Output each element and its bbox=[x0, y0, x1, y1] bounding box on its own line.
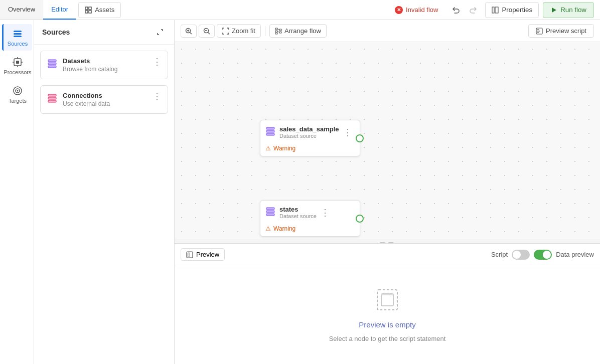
expand-icon bbox=[157, 29, 164, 36]
main-layout: Sources Processors Targets Source bbox=[0, 20, 600, 364]
top-right-actions: ✕ Invalid flow Properties Run flow bbox=[389, 2, 600, 18]
invalid-flow-icon: ✕ bbox=[395, 6, 403, 14]
zoom-fit-button[interactable]: Zoom fit bbox=[217, 24, 261, 38]
svg-rect-5 bbox=[495, 7, 498, 13]
undo-redo-group bbox=[448, 2, 481, 18]
sidebar-item-targets[interactable]: Targets bbox=[2, 81, 32, 108]
properties-icon bbox=[492, 7, 499, 14]
svg-rect-51 bbox=[377, 290, 397, 310]
svg-rect-21 bbox=[48, 66, 56, 68]
datasets-more-button[interactable]: ⋮ bbox=[153, 57, 162, 66]
datasets-subtitle: Browse from catalog bbox=[63, 66, 147, 73]
assets-icon bbox=[85, 7, 92, 14]
datasets-card[interactable]: Datasets Browse from catalog ⋮ bbox=[40, 51, 168, 79]
run-flow-button[interactable]: Run flow bbox=[543, 2, 594, 18]
svg-rect-7 bbox=[14, 31, 22, 32]
node1-header: sales_data_sample Dataset source ⋮ bbox=[260, 120, 360, 142]
undo-icon bbox=[452, 6, 460, 14]
node1-more-button[interactable]: ⋮ bbox=[343, 127, 352, 138]
top-nav: Overview Editor Assets ✕ Invalid flow Pr… bbox=[0, 0, 600, 20]
zoom-in-button[interactable] bbox=[181, 25, 197, 38]
zoom-out-button[interactable] bbox=[199, 25, 215, 38]
canvas-toolbar: Zoom fit Arrange flow Preview script bbox=[175, 20, 600, 42]
invalid-flow-button[interactable]: ✕ Invalid flow bbox=[389, 2, 444, 18]
node2-status: ⚠ Warning bbox=[260, 222, 360, 236]
preview-script-button[interactable]: Preview script bbox=[528, 24, 594, 38]
connections-card-content: Connections Use external data bbox=[63, 92, 147, 107]
svg-rect-9 bbox=[14, 36, 22, 37]
svg-rect-2 bbox=[85, 11, 88, 13]
bottom-right-controls: Script Data preview bbox=[491, 250, 594, 260]
node2-text: states Dataset source bbox=[279, 206, 317, 219]
connections-icon bbox=[47, 93, 58, 105]
sidebar-item-processors[interactable]: Processors bbox=[2, 53, 32, 79]
svg-rect-8 bbox=[14, 33, 22, 35]
canvas-grid[interactable]: sales_data_sample Dataset source ⋮ ⚠ War… bbox=[175, 42, 600, 240]
sidebar-item-sources[interactable]: Sources bbox=[2, 24, 32, 51]
panel-divider[interactable]: — — bbox=[175, 240, 600, 244]
svg-rect-44 bbox=[266, 130, 274, 132]
svg-rect-35 bbox=[279, 29, 281, 31]
redo-icon bbox=[469, 6, 477, 14]
tab-overview[interactable]: Overview bbox=[0, 0, 43, 20]
svg-rect-34 bbox=[275, 33, 277, 34]
zoom-in-icon bbox=[185, 28, 192, 35]
expand-sources-button[interactable] bbox=[154, 26, 166, 38]
undo-button[interactable] bbox=[448, 2, 464, 18]
script-toggle[interactable] bbox=[512, 250, 530, 260]
bottom-empty-state: Preview is empty Select a node to get th… bbox=[175, 265, 600, 364]
targets-icon bbox=[12, 85, 23, 96]
svg-line-28 bbox=[190, 32, 192, 34]
data-preview-toggle-knob bbox=[543, 251, 551, 259]
svg-rect-11 bbox=[16, 61, 19, 64]
sources-icon bbox=[12, 28, 23, 39]
data-preview-toggle-label: Data preview bbox=[556, 251, 594, 258]
bottom-preview-area: Preview Script Data preview bbox=[175, 244, 600, 364]
canvas-area: Zoom fit Arrange flow Preview script bbox=[175, 20, 600, 240]
svg-rect-24 bbox=[48, 100, 56, 102]
processors-icon bbox=[12, 57, 23, 68]
sidebar-sources-label: Sources bbox=[8, 41, 28, 47]
node2-icon bbox=[265, 207, 275, 218]
arrange-flow-icon bbox=[275, 28, 282, 35]
toolbar-separator bbox=[265, 26, 265, 36]
empty-preview-subtitle: Select a node to get the script statemen… bbox=[329, 335, 446, 342]
preview-script-icon bbox=[536, 28, 543, 35]
zoom-out-icon bbox=[203, 28, 210, 35]
svg-rect-48 bbox=[266, 214, 274, 216]
arrange-flow-button[interactable]: Arrange flow bbox=[269, 24, 327, 38]
svg-rect-20 bbox=[48, 63, 56, 65]
node1-title: sales_data_sample bbox=[279, 125, 339, 133]
svg-rect-36 bbox=[279, 32, 281, 33]
empty-preview-title: Preview is empty bbox=[359, 320, 415, 329]
data-preview-toggle[interactable] bbox=[534, 250, 552, 260]
bottom-toolbar: Preview Script Data preview bbox=[175, 244, 600, 265]
flow-node-sales-data-sample[interactable]: sales_data_sample Dataset source ⋮ ⚠ War… bbox=[260, 120, 360, 156]
svg-line-31 bbox=[208, 32, 210, 34]
svg-rect-45 bbox=[266, 133, 274, 135]
icon-sidebar: Sources Processors Targets bbox=[0, 20, 34, 364]
svg-rect-33 bbox=[275, 31, 277, 32]
sources-panel-header: Sources bbox=[34, 20, 174, 45]
node2-more-button[interactable]: ⋮ bbox=[321, 207, 330, 218]
redo-button[interactable] bbox=[465, 2, 481, 18]
datasets-icon bbox=[47, 58, 58, 71]
sources-panel: Sources Datasets Browse from catalog ⋮ bbox=[34, 20, 175, 364]
svg-rect-0 bbox=[85, 7, 88, 10]
properties-button[interactable]: Properties bbox=[485, 2, 539, 18]
connections-card[interactable]: Connections Use external data ⋮ bbox=[40, 85, 168, 114]
script-toggle-label: Script bbox=[491, 251, 508, 258]
preview-button[interactable]: Preview bbox=[181, 248, 225, 261]
svg-rect-47 bbox=[266, 211, 274, 213]
connections-subtitle: Use external data bbox=[63, 100, 147, 107]
svg-rect-43 bbox=[266, 127, 274, 129]
node1-warning-icon: ⚠ bbox=[265, 145, 271, 152]
svg-rect-32 bbox=[275, 28, 277, 30]
connections-more-button[interactable]: ⋮ bbox=[153, 92, 162, 101]
flow-node-states[interactable]: states Dataset source ⋮ ⚠ Warning bbox=[260, 200, 360, 237]
tab-editor[interactable]: Editor bbox=[43, 0, 76, 20]
svg-rect-3 bbox=[89, 11, 91, 13]
script-toggle-knob bbox=[513, 251, 521, 259]
tab-assets[interactable]: Assets bbox=[78, 2, 121, 18]
svg-rect-23 bbox=[48, 97, 56, 99]
